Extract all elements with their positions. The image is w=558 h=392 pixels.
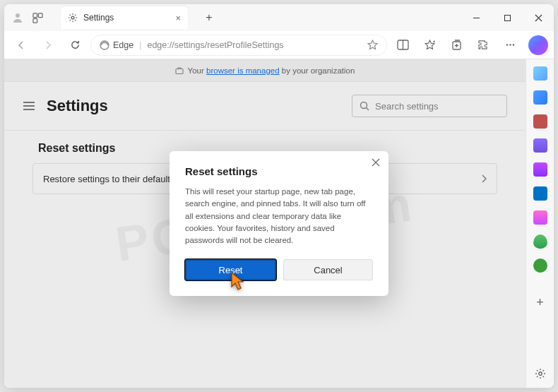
url-separator: |	[139, 40, 141, 50]
cancel-button[interactable]: Cancel	[283, 259, 373, 280]
sidebar-app-8[interactable]	[533, 234, 547, 249]
dialog-title: Reset settings	[185, 165, 373, 177]
svg-point-0	[16, 13, 20, 18]
menu-icon[interactable]	[499, 34, 521, 57]
edge-icon	[100, 40, 109, 50]
dialog-buttons: Reset Cancel	[185, 259, 373, 280]
profile-icon[interactable]	[11, 11, 24, 24]
collections-icon[interactable]	[445, 34, 468, 57]
svg-point-20	[512, 44, 514, 45]
maximize-button[interactable]	[492, 4, 523, 31]
sidebar-add-button[interactable]: +	[536, 295, 544, 310]
sidebar-app-1[interactable]	[533, 66, 547, 81]
reset-button[interactable]: Reset	[185, 259, 276, 280]
window-controls	[461, 4, 554, 31]
svg-rect-3	[32, 18, 37, 23]
svg-rect-2	[38, 13, 42, 17]
extensions-icon[interactable]	[472, 34, 494, 57]
sidebar-app-4[interactable]	[533, 138, 547, 153]
toolbar: Edge | edge://settings/resetProfileSetti…	[4, 31, 554, 59]
reset-dialog: Reset settings This will reset your star…	[170, 151, 388, 296]
dialog-body: This will reset your startup page, new t…	[185, 186, 373, 247]
sidebar-settings-icon[interactable]	[535, 368, 546, 379]
split-screen-icon[interactable]	[391, 34, 414, 57]
copilot-icon[interactable]	[528, 35, 548, 55]
workspaces-icon[interactable]	[31, 11, 44, 24]
favorites-icon[interactable]	[418, 34, 441, 57]
edge-sidebar: +	[526, 59, 554, 388]
new-tab-button[interactable]: +	[199, 8, 219, 28]
sidebar-app-9[interactable]	[533, 259, 547, 273]
refresh-button[interactable]	[64, 34, 86, 57]
gear-icon	[68, 13, 78, 23]
svg-point-18	[506, 44, 507, 45]
favorite-icon[interactable]	[367, 40, 378, 50]
sidebar-app-6[interactable]	[533, 186, 547, 201]
svg-point-27	[538, 372, 541, 375]
sidebar-app-2[interactable]	[533, 90, 547, 105]
svg-rect-6	[504, 15, 510, 20]
site-identity: Edge	[100, 40, 133, 50]
dialog-close-button[interactable]	[372, 158, 380, 167]
sidebar-app-7[interactable]	[533, 210, 547, 225]
svg-point-19	[509, 44, 511, 45]
site-label: Edge	[113, 40, 133, 50]
window-close-button[interactable]	[523, 4, 554, 31]
address-bar[interactable]: Edge | edge://settings/resetProfileSetti…	[90, 35, 387, 56]
tab-label: Settings	[83, 13, 170, 23]
titlebar-left: Settings × +	[4, 6, 219, 29]
sidebar-app-5[interactable]	[533, 162, 547, 177]
svg-point-4	[71, 16, 74, 19]
forward-button[interactable]	[37, 34, 59, 57]
sidebar-app-3[interactable]	[533, 114, 547, 129]
titlebar: Settings × +	[4, 4, 554, 31]
browser-tab[interactable]: Settings ×	[61, 6, 188, 29]
svg-rect-1	[32, 13, 37, 17]
url-text: edge://settings/resetProfileSettings	[147, 40, 283, 50]
back-button[interactable]	[10, 34, 32, 57]
browser-window: Settings × + Edge | edge://settings/rese…	[4, 4, 554, 388]
minimize-button[interactable]	[461, 4, 492, 31]
close-tab-icon[interactable]: ×	[175, 13, 181, 23]
